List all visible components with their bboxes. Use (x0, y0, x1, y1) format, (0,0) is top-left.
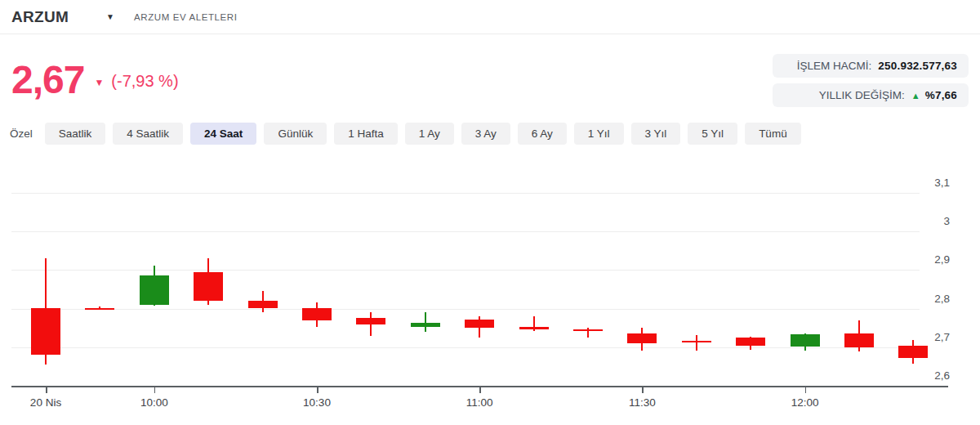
candle-down[interactable] (356, 312, 385, 336)
x-axis-label: 20 Nis (30, 396, 61, 409)
candle-body (194, 272, 223, 301)
yearly-change-badge: YILLIK DEĞİŞİM: ▲ %7,66 (773, 83, 969, 107)
candle-body (248, 301, 278, 308)
tab-3-yıl[interactable]: 3 Yıl (631, 123, 681, 145)
candle-body (85, 308, 114, 310)
tab-1-hafta[interactable]: 1 Hafta (334, 123, 398, 145)
tab-24-saat[interactable]: 24 Saat (190, 123, 256, 145)
candle-down[interactable] (682, 335, 711, 351)
tab-günlük[interactable]: Günlük (264, 123, 327, 145)
gridline (11, 193, 920, 194)
volume-value: 250.932.577,63 (878, 60, 957, 72)
candle-body (844, 333, 874, 347)
yearly-change-label: YILLIK DEĞİŞİM: (819, 89, 905, 101)
instrument-header: ARZUM ▼ ARZUM EV ALETLERI (0, 0, 980, 34)
x-axis-tick (479, 387, 481, 393)
price-change-percent: (-7,93 %) (111, 72, 178, 91)
y-axis-label: 2,9 (934, 254, 950, 266)
quote-row: 2,67 ▼ (-7,93 %) İŞLEM HACMİ: 250.932.57… (0, 51, 980, 107)
candle-body (411, 323, 440, 328)
x-axis-label: 10:30 (303, 396, 331, 409)
candle-down[interactable] (898, 340, 928, 364)
candle-body (573, 329, 603, 331)
candle-body (31, 308, 60, 355)
y-axis-label: 2,8 (934, 293, 950, 305)
x-axis-tick (805, 387, 807, 393)
instrument-dropdown-icon[interactable]: ▼ (106, 12, 114, 21)
stats-panel: İŞLEM HACMİ: 250.932.577,63 YILLIK DEĞİŞ… (773, 54, 969, 107)
candle-down[interactable] (736, 337, 765, 351)
candle-down[interactable] (465, 316, 494, 338)
candle-body (898, 346, 928, 358)
candle-wick (696, 335, 697, 351)
candle-down[interactable] (194, 258, 223, 305)
gridline (11, 309, 920, 310)
volume-label: İŞLEM HACMİ: (797, 60, 872, 72)
candle-down[interactable] (248, 291, 278, 312)
x-axis-label: 11:00 (466, 396, 493, 409)
candle-body (519, 327, 549, 330)
tab-özel[interactable]: Özel (5, 123, 38, 145)
x-axis-tick (46, 387, 47, 393)
tab-saatlik[interactable]: Saatlik (45, 123, 106, 145)
tab-4-saatlik[interactable]: 4 Saatlik (113, 123, 183, 145)
candle-down[interactable] (844, 320, 874, 352)
candle-up[interactable] (411, 312, 440, 332)
y-axis-label: 3 (943, 216, 950, 227)
x-axis-tick (317, 387, 318, 393)
instrument-subtitle: ARZUM EV ALETLERI (134, 12, 238, 22)
instrument-title: ARZUM (11, 8, 69, 26)
candle-body (791, 334, 820, 347)
tab-3-ay[interactable]: 3 Ay (461, 123, 510, 145)
candle-body (736, 338, 765, 346)
x-axis-tick (642, 387, 644, 393)
candle-down[interactable] (31, 258, 60, 364)
candle-down[interactable] (627, 328, 657, 351)
candle-body (627, 333, 657, 343)
candle-down[interactable] (573, 328, 603, 338)
price-down-icon: ▼ (94, 77, 104, 88)
candle-up[interactable] (140, 266, 169, 306)
volume-badge: İŞLEM HACMİ: 250.932.577,63 (773, 54, 969, 78)
candle-body (356, 318, 385, 324)
y-axis-label: 2,7 (934, 332, 950, 343)
timeframe-tabs: ÖzelSaatlik4 Saatlik24 SaatGünlük1 Hafta… (5, 123, 801, 145)
candle-body (302, 308, 332, 320)
candle-body (682, 341, 711, 342)
candlestick-chart[interactable]: 3,132,92,82,72,620 Nis10:0010:3011:0011:… (0, 151, 980, 425)
tab-6-ay[interactable]: 6 Ay (518, 123, 567, 145)
y-axis-label: 3,1 (934, 177, 950, 189)
x-axis-tick (154, 387, 156, 393)
candle-down[interactable] (519, 316, 549, 331)
candle-body (465, 320, 494, 328)
y-axis-label: 2,6 (934, 370, 950, 382)
x-axis-label: 11:30 (629, 396, 656, 409)
candle-down[interactable] (302, 302, 332, 327)
last-price: 2,67 (11, 60, 84, 100)
candle-down[interactable] (85, 306, 114, 311)
candle-up[interactable] (791, 333, 820, 351)
tab-5-yıl[interactable]: 5 Yıl (688, 123, 737, 145)
tab-1-yıl[interactable]: 1 Yıl (574, 123, 624, 145)
tab-tümü[interactable]: Tümü (745, 123, 801, 145)
gridline (11, 347, 920, 348)
x-axis-label: 10:00 (140, 396, 168, 409)
tab-1-ay[interactable]: 1 Ay (405, 123, 454, 145)
price-group: 2,67 ▼ (-7,93 %) (11, 60, 179, 100)
yearly-change-value: %7,66 (925, 89, 957, 101)
x-axis-label: 12:00 (791, 396, 819, 409)
gridline (11, 231, 920, 232)
up-arrow-icon: ▲ (911, 91, 920, 101)
candle-body (140, 275, 169, 304)
